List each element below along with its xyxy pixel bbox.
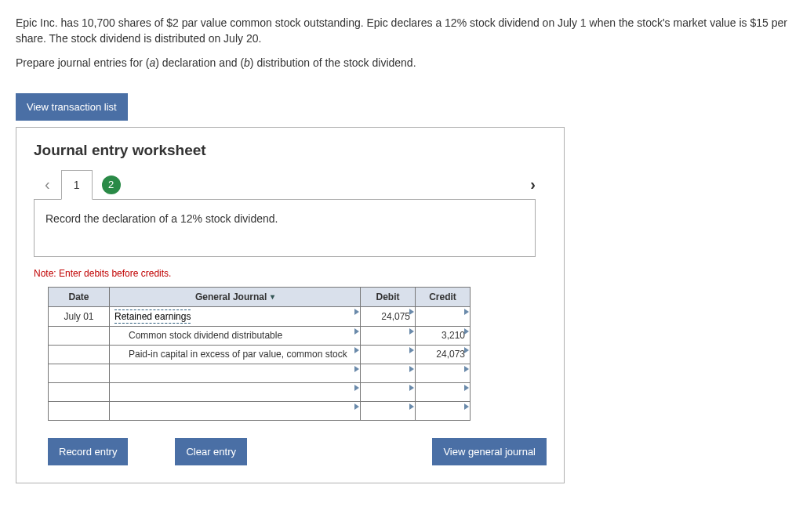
cell-marker-icon [464, 366, 469, 372]
col-header-credit: Credit [416, 287, 471, 306]
col-header-date: Date [49, 287, 110, 306]
table-row [49, 401, 471, 420]
cell-marker-icon [409, 366, 414, 372]
cell-marker-icon [354, 404, 359, 410]
date-cell[interactable] [49, 401, 110, 420]
cell-marker-icon [354, 366, 359, 372]
cell-marker-icon [354, 328, 359, 335]
date-cell[interactable] [49, 326, 110, 345]
q2-before: Prepare journal entries for ( [16, 56, 149, 69]
view-general-journal-button[interactable]: View general journal [432, 438, 547, 465]
date-cell[interactable]: July 01 [49, 306, 110, 326]
note-text: Note: Enter debits before credits. [34, 268, 547, 279]
cell-marker-icon [409, 385, 414, 391]
cell-marker-icon [464, 404, 469, 410]
cell-marker-icon [354, 385, 359, 391]
credit-cell[interactable]: 3,210 [416, 326, 471, 345]
credit-cell[interactable] [416, 306, 471, 326]
cell-marker-icon [409, 309, 414, 315]
journal-entry-table: Date General Journal ▾ Debit Credit July… [48, 287, 471, 421]
table-row: Common stock dividend distributable3,210 [49, 326, 471, 345]
tab-2[interactable]: 2 [102, 176, 121, 194]
col-header-general-journal[interactable]: General Journal ▾ [110, 287, 361, 306]
instruction-box: Record the declaration of a 12% stock di… [34, 199, 536, 257]
gj-header-label: General Journal [195, 291, 267, 302]
account-cell[interactable]: Paid-in capital in excess of par value, … [110, 345, 361, 364]
debit-cell[interactable] [361, 364, 416, 382]
debit-cell[interactable]: 24,075 [361, 306, 416, 326]
account-cell[interactable]: Retained earnings [110, 306, 361, 326]
q2-mid: ) declaration and ( [155, 56, 244, 69]
debit-cell[interactable] [361, 401, 416, 420]
tab-1[interactable]: 1 [61, 170, 93, 200]
dropdown-icon: ▾ [268, 292, 274, 301]
debit-cell[interactable] [361, 326, 416, 345]
cell-marker-icon [464, 385, 469, 391]
account-cell[interactable]: Common stock dividend distributable [110, 326, 361, 345]
credit-cell[interactable]: 24,073 [416, 345, 471, 364]
cell-marker-icon [409, 328, 414, 335]
date-cell[interactable] [49, 345, 110, 364]
date-cell[interactable] [49, 382, 110, 401]
credit-cell[interactable] [416, 401, 471, 420]
account-cell[interactable] [110, 364, 361, 382]
date-cell[interactable] [49, 364, 110, 382]
question-para-2: Prepare journal entries for (a) declarat… [16, 56, 787, 71]
chevron-left-icon[interactable]: ‹ [34, 176, 61, 194]
cell-marker-icon [354, 347, 359, 353]
bottom-button-row: Record entry Clear entry View general jo… [48, 438, 547, 465]
col-header-debit: Debit [361, 287, 416, 306]
table-row [49, 364, 471, 382]
cell-marker-icon [464, 309, 469, 315]
q2-b: b [244, 56, 250, 69]
account-cell[interactable] [110, 401, 361, 420]
cell-marker-icon [409, 347, 414, 353]
chevron-right-icon[interactable]: › [519, 176, 547, 194]
record-entry-button[interactable]: Record entry [48, 438, 128, 465]
table-row [49, 382, 471, 401]
worksheet-title: Journal entry worksheet [34, 142, 547, 159]
view-transaction-list-button[interactable]: View transaction list [16, 93, 128, 121]
cell-marker-icon [464, 347, 469, 353]
clear-entry-button[interactable]: Clear entry [175, 438, 247, 465]
credit-cell[interactable] [416, 382, 471, 401]
table-body: July 01Retained earnings24,075Common sto… [49, 306, 471, 420]
instruction-text: Record the declaration of a 12% stock di… [45, 212, 278, 225]
q2-after: ) distribution of the stock dividend. [250, 56, 416, 69]
debit-cell[interactable] [361, 345, 416, 364]
debit-cell[interactable] [361, 382, 416, 401]
table-row: July 01Retained earnings24,075 [49, 306, 471, 326]
account-cell[interactable] [110, 382, 361, 401]
worksheet-container: Journal entry worksheet ‹ 1 2 › Record t… [16, 127, 565, 483]
credit-cell[interactable] [416, 364, 471, 382]
table-row: Paid-in capital in excess of par value, … [49, 345, 471, 364]
cell-marker-icon [354, 309, 359, 315]
tab-nav-row: ‹ 1 2 › [34, 170, 547, 200]
question-para-1: Epic Inc. has 10,700 shares of $2 par va… [16, 16, 787, 46]
cell-marker-icon [464, 328, 469, 335]
cell-marker-icon [409, 404, 414, 410]
